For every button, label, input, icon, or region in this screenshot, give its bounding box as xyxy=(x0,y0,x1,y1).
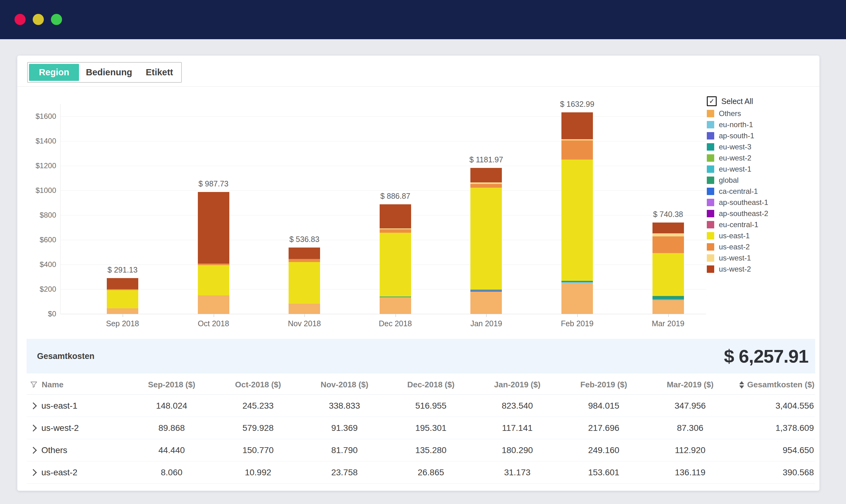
legend-label: ap-south-1 xyxy=(719,131,754,140)
y-axis-tick-label: $400 xyxy=(19,260,56,269)
select-all-label: Select All xyxy=(721,97,753,106)
table-row-us-east-2[interactable]: us-east-28.06010.99223.75826.86531.17315… xyxy=(26,462,815,484)
legend-item-us-west-2[interactable]: us-west-2 xyxy=(707,264,824,275)
filter-icon[interactable] xyxy=(30,380,38,389)
bar-segment-Others[interactable] xyxy=(198,295,229,314)
legend-item-us-east-1[interactable]: us-east-1 xyxy=(707,230,824,241)
bar-segment-Others[interactable] xyxy=(289,304,320,314)
bar-segment-us-east-1[interactable] xyxy=(380,233,411,296)
row-value-cell: 31.173 xyxy=(474,468,560,478)
row-name-cell: us-west-2 xyxy=(26,423,128,433)
bar-segment-us-west-2[interactable] xyxy=(652,222,684,233)
bar-segment-us-east-2[interactable] xyxy=(470,184,502,188)
row-value-cell: 245.233 xyxy=(215,401,301,411)
legend-label: us-west-1 xyxy=(719,254,751,262)
bar-segment-Others[interactable] xyxy=(652,300,684,314)
table-row-others[interactable]: Others44.440150.77081.790135.280180.2902… xyxy=(26,439,815,462)
bar-total-label: $ 1632.99 xyxy=(560,100,594,109)
bar-segment-us-east-1[interactable] xyxy=(107,290,138,308)
window-close-button[interactable] xyxy=(15,14,25,25)
legend-label: global xyxy=(719,176,739,184)
row-value-cell: 87.306 xyxy=(647,423,733,433)
row-value-cell: 180.290 xyxy=(474,445,560,455)
bar-segment-us-east-2[interactable] xyxy=(289,259,320,262)
legend-item-eu-west-2[interactable]: eu-west-2 xyxy=(707,152,824,164)
legend-item-ap-southeast-1[interactable]: ap-southeast-1 xyxy=(707,197,824,208)
column-header-name[interactable]: Name xyxy=(26,380,128,390)
y-axis-tick-label: $1400 xyxy=(19,137,56,145)
row-value-cell: 516.955 xyxy=(388,401,474,411)
tab-bedienung[interactable]: Bedienung xyxy=(79,64,139,81)
bar-feb-2019[interactable] xyxy=(561,112,593,314)
window-zoom-button[interactable] xyxy=(51,14,62,25)
row-value-cell: 89.868 xyxy=(128,423,215,433)
column-header-gesamtkosten-[interactable]: Gesamtkosten ($) xyxy=(733,380,815,390)
bar-segment-us-east-2[interactable] xyxy=(652,236,684,253)
x-axis-label: Sep 2018 xyxy=(106,319,139,328)
row-value-cell: 112.920 xyxy=(647,445,733,455)
table-row-us-west-2[interactable]: us-west-289.868579.92891.369195.301117.1… xyxy=(26,417,815,439)
bar-segment-us-east-1[interactable] xyxy=(561,160,593,281)
legend-item-eu-north-1[interactable]: eu-north-1 xyxy=(707,119,824,130)
bar-segment-us-west-1[interactable] xyxy=(652,233,684,236)
legend-label: eu-west-2 xyxy=(719,154,751,162)
x-axis-tick xyxy=(668,314,669,317)
bar-segment-us-east-1[interactable] xyxy=(289,262,320,304)
legend-item-ap-southeast-2[interactable]: ap-southeast-2 xyxy=(707,208,824,219)
legend-item-us-east-2[interactable]: us-east-2 xyxy=(707,241,824,252)
bar-segment-Others[interactable] xyxy=(470,292,502,314)
legend-item-ca-central-1[interactable]: ca-central-1 xyxy=(707,186,824,197)
bar-segment-us-west-2[interactable] xyxy=(198,192,229,264)
bar-segment-us-west-2[interactable] xyxy=(380,204,411,228)
bar-segment-us-west-2[interactable] xyxy=(470,168,502,182)
bar-mar-2019[interactable] xyxy=(652,222,684,314)
tab-region[interactable]: Region xyxy=(29,64,79,81)
bar-segment-us-west-2[interactable] xyxy=(107,278,138,289)
bar-segment-us-east-2[interactable] xyxy=(561,140,593,159)
bar-nov-2018[interactable] xyxy=(289,248,320,314)
row-value-cell: 347.956 xyxy=(647,401,733,411)
bar-segment-us-west-2[interactable] xyxy=(561,112,593,139)
legend-label: ca-central-1 xyxy=(719,187,758,196)
legend-item-us-west-1[interactable]: us-west-1 xyxy=(707,252,824,264)
tab-etikett[interactable]: Etikett xyxy=(139,64,180,81)
x-axis-label: Mar 2019 xyxy=(652,319,685,328)
legend-item-global[interactable]: global xyxy=(707,175,824,186)
sort-icon[interactable] xyxy=(739,381,744,389)
x-axis-label: Nov 2018 xyxy=(288,319,321,328)
row-name: us-west-2 xyxy=(41,423,79,433)
legend-select-all[interactable]: ✓ Select All xyxy=(707,94,824,108)
expand-row-icon[interactable] xyxy=(30,469,37,476)
window-minimize-button[interactable] xyxy=(33,14,44,25)
expand-row-icon[interactable] xyxy=(30,402,37,409)
select-all-checkbox[interactable]: ✓ xyxy=(707,96,717,106)
bar-segment-Others[interactable] xyxy=(107,308,138,314)
row-name-cell: us-east-1 xyxy=(26,401,128,411)
legend-item-Others[interactable]: Others xyxy=(707,108,824,119)
bar-segment-us-east-1[interactable] xyxy=(470,188,502,289)
table-row-us-east-1[interactable]: us-east-1148.024245.233338.833516.955823… xyxy=(26,395,815,417)
legend-swatch-eu-central-1 xyxy=(707,221,714,228)
expand-row-icon[interactable] xyxy=(30,447,37,454)
bar-segment-us-east-1[interactable] xyxy=(652,253,684,296)
row-value-cell: 8.060 xyxy=(128,468,215,478)
bar-dec-2018[interactable] xyxy=(380,204,411,314)
legend-label: eu-central-1 xyxy=(719,220,758,229)
bar-segment-Others[interactable] xyxy=(380,297,411,314)
bar-sep-2018[interactable] xyxy=(107,278,138,314)
bar-segment-us-west-2[interactable] xyxy=(289,248,320,259)
row-value-cell: 10.992 xyxy=(215,468,301,478)
bar-oct-2018[interactable] xyxy=(198,192,229,314)
legend-item-eu-west-1[interactable]: eu-west-1 xyxy=(707,164,824,175)
column-header-oct-2018-: Oct-2018 ($) xyxy=(215,380,301,390)
bar-segment-Others[interactable] xyxy=(561,283,593,314)
bar-segment-us-east-1[interactable] xyxy=(198,265,229,295)
legend-item-ap-south-1[interactable]: ap-south-1 xyxy=(707,130,824,141)
bar-jan-2019[interactable] xyxy=(470,168,502,314)
x-axis-tick xyxy=(486,314,487,317)
expand-row-icon[interactable] xyxy=(30,425,37,431)
legend-item-eu-central-1[interactable]: eu-central-1 xyxy=(707,219,824,230)
bar-segment-us-east-2[interactable] xyxy=(380,229,411,233)
legend-label: ap-southeast-2 xyxy=(719,209,768,218)
legend-item-eu-west-3[interactable]: eu-west-3 xyxy=(707,141,824,152)
